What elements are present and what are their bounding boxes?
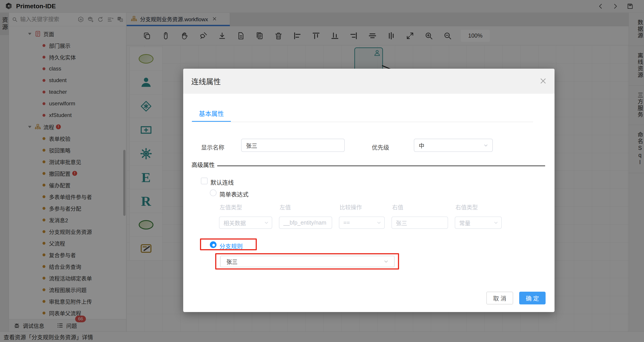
expression-header: 比较操作 bbox=[339, 203, 385, 210]
expression-input[interactable]: 张三 bbox=[392, 216, 448, 229]
dialog-title: 连线属性 bbox=[191, 76, 221, 86]
expression-select[interactable]: 相关数据 bbox=[219, 216, 272, 229]
advanced-section-divider bbox=[217, 166, 545, 166]
default-line-label: 默认连线 bbox=[210, 178, 234, 186]
priority-label: 优先级 bbox=[372, 143, 389, 151]
expression-input[interactable]: __bfp_entity/nam bbox=[279, 216, 332, 229]
expression-header: 右值 bbox=[392, 203, 448, 210]
expression-value: 张三 bbox=[396, 219, 407, 227]
expression-value: == bbox=[343, 220, 350, 226]
expression-value: 相关数据 bbox=[224, 219, 246, 227]
expression-row: 左值类型相关数据左值__bfp_entity/nam比较操作==右值张三右值类型… bbox=[219, 203, 502, 229]
expression-select[interactable]: 常量 bbox=[455, 216, 502, 229]
dialog-close-icon[interactable] bbox=[538, 76, 548, 86]
chevron-down-icon bbox=[376, 220, 382, 226]
tab-basic-properties[interactable]: 基本属性 bbox=[192, 106, 231, 120]
expression-header: 左值 bbox=[279, 203, 332, 210]
expression-header: 右值类型 bbox=[455, 203, 502, 210]
expression-column-1: 左值__bfp_entity/nam bbox=[279, 203, 332, 229]
app-window: Primeton-IDE 资源 AIEn文 页面部门展示持久化实体classst… bbox=[0, 0, 644, 342]
connection-properties-dialog: 连线属性 基本属性 显示名称 优先级 中 高级属性 默认连线 简单表达式 左值类… bbox=[183, 69, 554, 312]
display-name-label: 显示名称 bbox=[201, 143, 224, 151]
branch-rule-select-highlight bbox=[215, 253, 399, 270]
advanced-section-label: 高级属性 bbox=[192, 160, 215, 169]
display-name-input[interactable] bbox=[241, 139, 345, 152]
simple-expression-label: 简单表达式 bbox=[220, 190, 248, 198]
tab-divider bbox=[191, 122, 533, 122]
simple-expression-radio[interactable] bbox=[210, 190, 216, 196]
cancel-button[interactable]: 取 消 bbox=[486, 292, 513, 304]
default-line-checkbox[interactable] bbox=[201, 178, 208, 184]
expression-select[interactable]: == bbox=[339, 216, 385, 229]
branch-rule-highlight bbox=[200, 238, 257, 250]
dialog-header: 连线属性 bbox=[183, 69, 554, 94]
expression-value: 常量 bbox=[459, 219, 470, 227]
priority-select[interactable]: 中 bbox=[414, 139, 493, 152]
expression-column-0: 左值类型相关数据 bbox=[219, 203, 272, 229]
chevron-down-icon bbox=[493, 220, 498, 226]
expression-value: __bfp_entity/nam bbox=[284, 220, 326, 226]
chevron-down-icon bbox=[264, 220, 269, 226]
priority-value: 中 bbox=[419, 141, 424, 150]
expression-column-4: 右值类型常量 bbox=[455, 203, 502, 229]
chevron-down-icon bbox=[483, 142, 489, 148]
ok-button[interactable]: 确 定 bbox=[519, 292, 546, 304]
expression-column-2: 比较操作== bbox=[339, 203, 385, 229]
expression-column-3: 右值张三 bbox=[392, 203, 448, 229]
expression-header: 左值类型 bbox=[219, 203, 272, 210]
